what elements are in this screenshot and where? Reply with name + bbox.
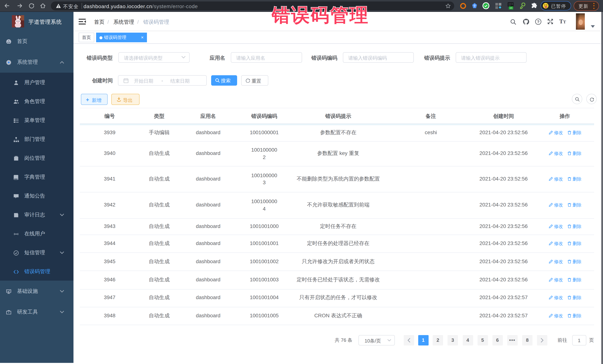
svg-text:错误码管理: 错误码管理	[272, 5, 369, 25]
svg-text:on: on	[510, 7, 512, 9]
svg-text:?: ?	[537, 20, 539, 24]
